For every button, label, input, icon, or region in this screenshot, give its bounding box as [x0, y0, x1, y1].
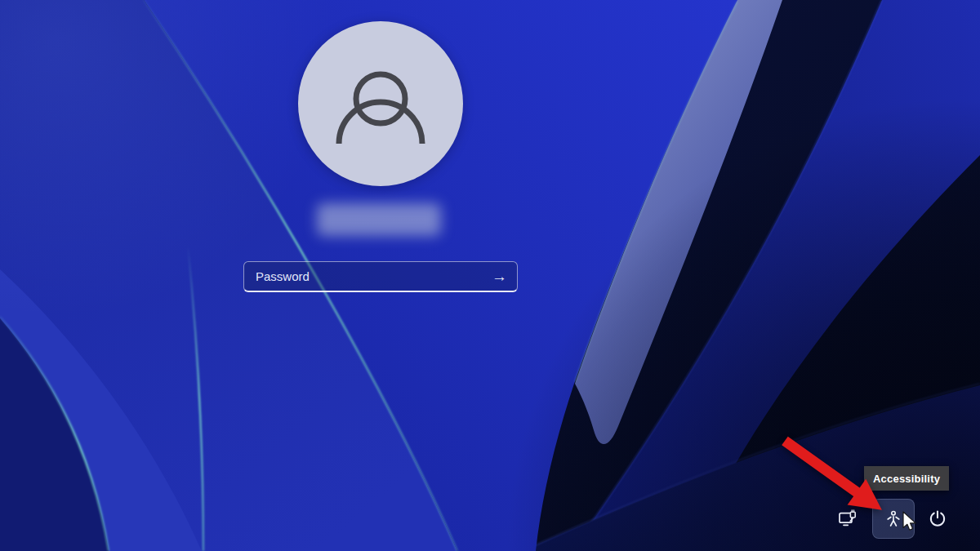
power-button[interactable] [920, 501, 956, 537]
power-icon [927, 509, 948, 530]
accessibility-tooltip: Accessibility [864, 466, 949, 491]
mouse-cursor [901, 511, 919, 533]
user-silhouette-icon [298, 21, 463, 186]
password-input[interactable] [254, 269, 487, 284]
submit-password-button[interactable]: → [487, 267, 512, 286]
windows-signin-screen: → Accessibility [0, 0, 980, 551]
arrow-right-icon: → [492, 268, 507, 285]
accessibility-tooltip-label: Accessibility [873, 473, 940, 485]
avatar [298, 21, 463, 186]
network-ethernet-icon [837, 509, 858, 530]
username-redacted [317, 203, 441, 236]
network-button[interactable] [830, 501, 866, 537]
password-field: → [243, 261, 518, 292]
